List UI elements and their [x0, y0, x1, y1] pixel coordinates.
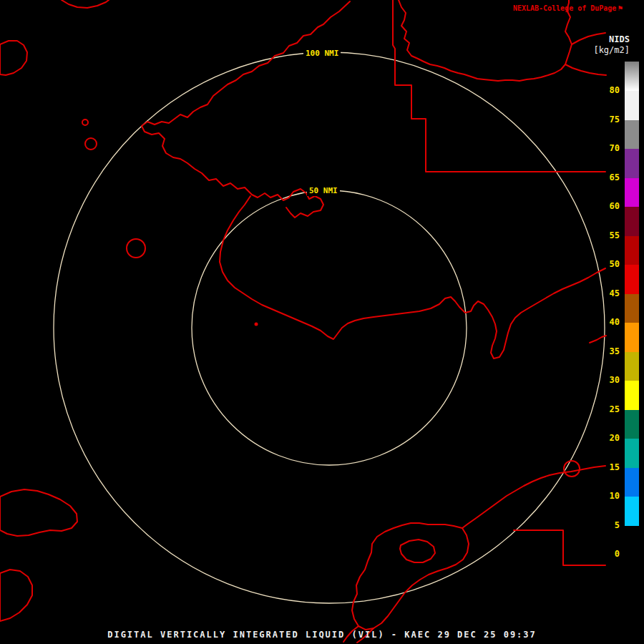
radar-map [0, 0, 644, 644]
lake-small-west-2 [85, 138, 97, 150]
river-branch-east-upper [572, 33, 605, 44]
range-ring-50nmi [192, 190, 467, 465]
river-branch-east-lower [565, 64, 606, 75]
boundary-stepped-southeast [514, 530, 605, 565]
river-southeast [462, 466, 605, 528]
island-bottom-left-2 [0, 570, 32, 621]
island-top-left [0, 41, 27, 75]
lake-small-west-1 [82, 119, 88, 125]
range-rings [54, 52, 605, 603]
cod-logo-icon: ⚑ [618, 4, 623, 13]
coastline-top-left-corner [62, 0, 109, 8]
lake-island-south [400, 540, 435, 562]
colorbar-title: NIDS [609, 34, 630, 44]
range-ring-label-50nmi: 50 NMI [307, 185, 340, 196]
brand-header: NEXLAB-College of DuPage⚑ [513, 4, 623, 13]
radar-display: 100 NMI 50 NMI NEXLAB-College of DuPage⚑… [0, 0, 644, 644]
coastline-east-spur [590, 336, 606, 343]
boundary-stepped-northeast [393, 0, 605, 172]
island-bottom-left-1 [0, 489, 77, 536]
brand-text: NEXLAB-College of DuPage [513, 4, 617, 12]
product-caption: DIGITAL VERTICALLY INTEGRATED LIQUID (VI… [0, 630, 644, 640]
lake-small-west-3 [127, 239, 145, 258]
colorbar-unit: [kg/m2] [593, 45, 630, 55]
coastline-central [220, 196, 605, 358]
range-ring-label-100nmi: 100 NMI [303, 48, 341, 59]
range-ring-100nmi [54, 52, 605, 603]
map-dot-center-west [255, 323, 258, 326]
lake-outline-south [352, 523, 469, 630]
map-outlines [0, 0, 606, 643]
